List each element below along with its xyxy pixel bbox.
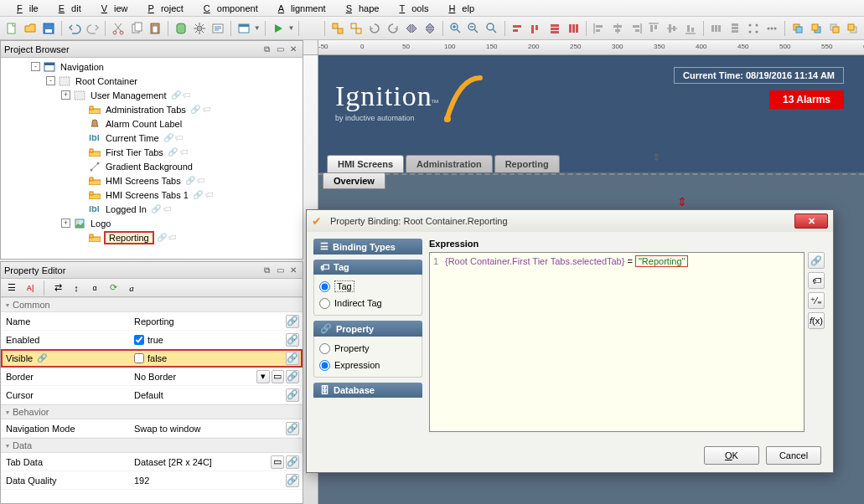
window-icon[interactable] (235, 20, 252, 37)
panel-min-icon[interactable]: ▭ (274, 265, 286, 276)
backward-icon[interactable] (844, 20, 861, 37)
property-value[interactable]: true (131, 335, 256, 345)
insert-function-icon[interactable]: f(x) (808, 312, 825, 329)
tree-item[interactable]: -Navigation (1, 59, 303, 74)
refresh-icon[interactable]: ⟳ (106, 280, 121, 296)
expression-editor[interactable]: 1{Root Container.First Tier Tabs.selecte… (429, 252, 805, 432)
bind-button[interactable]: 🔗 (286, 333, 299, 347)
zoom-in-icon[interactable] (448, 20, 464, 37)
ungroup-icon[interactable] (348, 20, 365, 37)
property-section-header[interactable]: Behavior (1, 404, 303, 419)
property-grid[interactable]: CommonNameReporting🔗Enabled true🔗Visible… (1, 297, 303, 490)
zoom-fit-icon[interactable] (484, 20, 500, 37)
property-row[interactable]: Enabled true🔗 (1, 331, 303, 349)
property-value[interactable]: Default (131, 390, 256, 400)
property-row[interactable]: Navigation ModeSwap to window🔗 (1, 419, 303, 438)
popup-button[interactable]: ▭ (271, 455, 284, 469)
radio-label[interactable]: Property (334, 343, 370, 353)
tree-toggle-icon[interactable]: - (46, 76, 55, 85)
rotate-right-icon[interactable] (385, 20, 401, 37)
expand-icon[interactable]: ↕ (69, 280, 84, 296)
save-icon[interactable] (40, 20, 57, 37)
tab-reporting[interactable]: Reporting (494, 155, 560, 172)
dialog-close-button[interactable]: ✕ (794, 213, 828, 229)
tree-toggle-icon[interactable]: + (61, 90, 70, 100)
menu-project[interactable]: Project (135, 2, 190, 15)
align-3-icon[interactable] (546, 20, 563, 37)
bind-button[interactable]: 🔗 (286, 352, 299, 365)
property-row[interactable]: NameReporting🔗 (1, 312, 303, 331)
gear-icon[interactable] (191, 20, 208, 37)
radio-label[interactable]: Indirect Tag (334, 298, 382, 308)
pattern-1-icon[interactable] (745, 20, 762, 37)
menu-tools[interactable]: Tools (385, 2, 435, 15)
property-value[interactable]: No Border (131, 372, 256, 382)
panel-min-icon[interactable]: ▭ (274, 44, 286, 55)
tree-item[interactable]: Reporting🔗 🏷 (1, 230, 303, 244)
radio-property[interactable] (319, 343, 330, 354)
align-1-icon[interactable] (510, 20, 526, 37)
bind-button[interactable]: 🔗 (286, 370, 299, 383)
property-value[interactable]: false (131, 353, 256, 363)
menu-edit[interactable]: Edit (45, 2, 88, 15)
panel-pin-icon[interactable]: ⧉ (261, 265, 272, 276)
bind-button[interactable]: 🔗 (286, 388, 299, 402)
tree-item[interactable]: Administration Tabs🔗 🏷 (1, 102, 303, 116)
tab-overview[interactable]: Overview (323, 172, 385, 189)
filter-icon[interactable]: ⇄ (50, 280, 65, 296)
binding-group-database[interactable]: 🗄Database (313, 383, 422, 398)
dialog-titlebar[interactable]: ✔ Property Binding: Root Container.Repor… (307, 210, 833, 232)
menu-alignment[interactable]: Alignment (265, 2, 333, 15)
tree-item[interactable]: First Tier Tabs🔗 🏷 (1, 145, 303, 159)
panel-pin-icon[interactable]: ⧉ (261, 44, 272, 55)
resize-handle-icon[interactable]: ⇕ (677, 195, 687, 208)
tab-administration[interactable]: Administration (406, 155, 493, 172)
checkbox[interactable] (134, 353, 144, 363)
bind-button[interactable]: 🔗 (286, 422, 299, 435)
sort-icon[interactable]: ☰ (4, 280, 19, 296)
property-row[interactable]: Visible 🔗 false🔗 (1, 349, 303, 368)
new-icon[interactable] (3, 20, 20, 37)
project-tree[interactable]: -Navigation-Root Container+User Manageme… (1, 58, 303, 259)
tree-item[interactable]: Gradient Background (1, 159, 303, 173)
property-value[interactable]: Dataset [2R x 24C] (131, 457, 256, 467)
undo-icon[interactable] (66, 20, 83, 37)
bind-button[interactable]: 🔗 (286, 315, 299, 328)
radio-label[interactable]: Expression (334, 360, 380, 370)
tree-toggle-icon[interactable]: + (61, 219, 70, 228)
align-center-v-icon[interactable] (664, 20, 680, 37)
panel-close-icon[interactable]: ✕ (287, 265, 299, 276)
popup-button[interactable]: ▭ (272, 370, 285, 383)
distribute-1-icon[interactable] (708, 20, 725, 37)
first-tier-tabs[interactable]: HMI ScreensAdministrationReporting (327, 155, 560, 172)
menu-component[interactable]: Component (190, 2, 265, 15)
align-left-icon[interactable] (591, 20, 608, 37)
pattern-2-icon[interactable] (763, 20, 780, 37)
insert-tag-icon[interactable]: 🏷 (808, 272, 825, 289)
align-2-icon[interactable] (528, 20, 545, 37)
cancel-button[interactable]: Cancel (766, 446, 821, 465)
dropdown-arrow-icon[interactable]: ▼ (254, 24, 261, 32)
property-row[interactable]: CursorDefault🔗 (1, 386, 303, 404)
tree-toggle-icon[interactable]: - (31, 62, 40, 71)
insert-operator-icon[interactable]: ⁺⁄₌ (808, 292, 825, 309)
script-icon[interactable] (210, 20, 226, 37)
copy-icon[interactable] (128, 20, 145, 37)
back-icon[interactable] (808, 20, 825, 37)
property-section-header[interactable]: Data (1, 438, 303, 453)
binding-group-property[interactable]: 🔗Property (313, 321, 422, 337)
tree-item[interactable]: HMI Screens Tabs🔗 🏷 (1, 173, 303, 188)
front-icon[interactable] (789, 20, 806, 37)
resize-handle-v-icon[interactable]: ⇕ (652, 152, 660, 163)
az-icon[interactable]: A| (23, 280, 38, 296)
property-row[interactable]: Data Quality192🔗 (1, 471, 303, 490)
group-icon[interactable] (329, 20, 346, 37)
radio-indirect-tag[interactable] (319, 298, 330, 309)
property-value[interactable]: Swap to window (131, 424, 256, 434)
dropdown-arrow-icon[interactable]: ▼ (288, 24, 295, 32)
db-icon[interactable] (173, 20, 189, 37)
tree-item[interactable]: -Root Container (1, 74, 303, 88)
checkbox[interactable] (134, 335, 144, 345)
flip-h-icon[interactable] (403, 20, 420, 37)
play-icon[interactable] (270, 20, 287, 37)
